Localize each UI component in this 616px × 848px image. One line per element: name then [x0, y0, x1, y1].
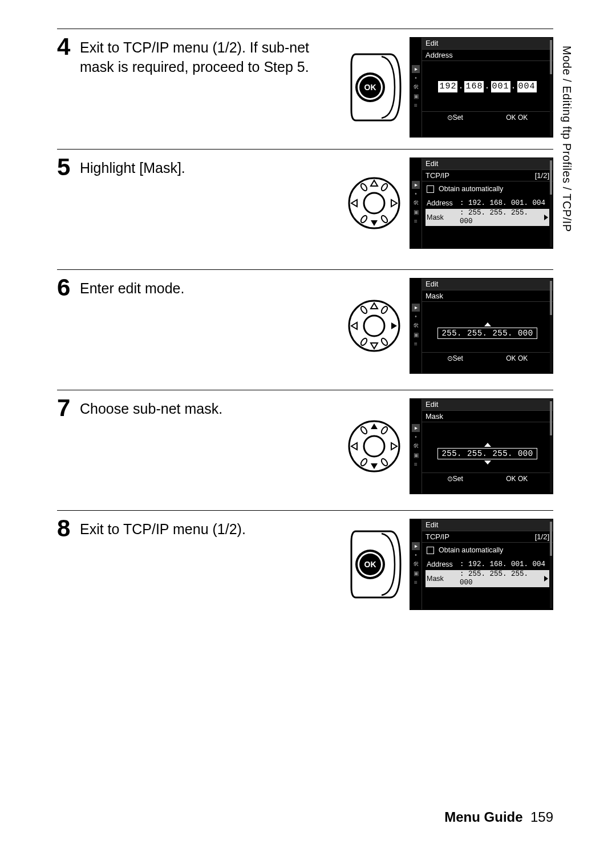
- step-text: Choose sub-net mask.: [80, 395, 347, 419]
- book-icon: ≡: [412, 340, 420, 348]
- play-icon: ▸: [412, 424, 420, 432]
- book-icon: ≡: [412, 102, 420, 110]
- footer-label: Menu Guide: [444, 809, 522, 825]
- step: 5 Highlight [Mask].: [57, 150, 553, 270]
- screen-subtitle: Mask: [425, 412, 443, 421]
- triangle-down-icon: [484, 461, 491, 465]
- meter-icon: ▣: [412, 570, 420, 578]
- camera-screen: ▸ • 🛠 ▣ ≡ Edit Address 192.168.001.004: [410, 37, 553, 138]
- step: 8 Exit to TCP/IP menu (1/2). OK: [57, 511, 553, 631]
- dot-icon: •: [412, 313, 420, 321]
- dot-icon: •: [412, 551, 420, 559]
- wrench-icon: 🛠: [412, 560, 420, 568]
- step-number: 4: [57, 34, 80, 59]
- screen-title: Edit: [425, 159, 438, 168]
- svg-point-5: [364, 193, 384, 213]
- address-label: Address: [427, 199, 460, 208]
- step: 6 Enter edit mode.: [57, 270, 553, 390]
- mask-row-highlighted: Mask : 255. 255. 255. 000: [425, 570, 549, 587]
- ok-button-illustration: OK: [350, 530, 402, 599]
- svg-text:OK: OK: [364, 560, 376, 569]
- meter-icon: ▣: [412, 451, 420, 459]
- book-icon: ≡: [412, 217, 420, 225]
- play-icon: ▸: [412, 181, 420, 189]
- svg-point-15: [364, 316, 384, 336]
- camera-screen: ▸ • 🛠 ▣ ≡ Edit Mask: [410, 398, 553, 494]
- play-icon: ▸: [412, 65, 420, 73]
- mask-value: : 255. 255. 255. 000: [460, 570, 542, 587]
- mask-edit-value: 255. 255. 255. 000: [437, 328, 537, 340]
- wrench-icon: 🛠: [412, 322, 420, 330]
- ip-value: 192.168.001.004: [422, 81, 553, 92]
- screen-page: [1/2]: [535, 171, 549, 180]
- screen-title: Edit: [425, 400, 438, 409]
- ok-button-illustration: OK: [350, 53, 402, 122]
- mask-row-highlighted: Mask : 255. 255. 255. 000: [425, 209, 549, 226]
- chevron-right-icon: [544, 215, 548, 220]
- checkbox-icon: [427, 185, 434, 193]
- screen-subtitle: Mask: [425, 292, 443, 301]
- meter-icon: ▣: [412, 331, 420, 339]
- hint-ok: OK OK: [506, 354, 528, 362]
- obtain-auto-label: Obtain automatically: [439, 185, 503, 193]
- step-text: Highlight [Mask].: [80, 154, 347, 178]
- screen-subtitle: Address: [425, 51, 453, 60]
- step: 4 Exit to TCP/IP menu (1/2). If sub-net …: [57, 29, 553, 150]
- dpad-right-illustration: [347, 298, 402, 353]
- page-number: 159: [530, 809, 553, 825]
- step-number: 8: [57, 515, 80, 540]
- dpad-down-illustration: [347, 176, 402, 231]
- step-list: 4 Exit to TCP/IP menu (1/2). If sub-net …: [57, 29, 553, 631]
- step-text: Enter edit mode.: [80, 274, 347, 298]
- step-number: 7: [57, 395, 80, 420]
- svg-text:OK: OK: [364, 83, 376, 92]
- obtain-auto-label: Obtain automatically: [439, 546, 503, 555]
- mask-edit-value: 255. 255. 255. 000: [437, 448, 537, 460]
- hint-set: ⊙Set: [447, 354, 463, 362]
- play-icon: ▸: [412, 304, 420, 312]
- dot-icon: •: [412, 190, 420, 198]
- step-number: 6: [57, 274, 80, 300]
- checkbox-icon: [427, 547, 434, 554]
- address-value: : 192. 168. 001. 004: [460, 199, 548, 208]
- hint-set: ⊙Set: [447, 114, 463, 122]
- step: 7 Choose sub-net mask.: [57, 390, 553, 511]
- wrench-icon: 🛠: [412, 199, 420, 207]
- screen-subtitle: TCP/IP: [425, 532, 449, 542]
- svg-point-25: [364, 436, 384, 457]
- camera-screen: ▸ • 🛠 ▣ ≡ Edit TCP/IP [1/2]: [410, 519, 553, 610]
- address-label: Address: [427, 560, 460, 569]
- mask-label: Mask: [427, 213, 460, 222]
- wrench-icon: 🛠: [412, 442, 420, 450]
- page-footer: Menu Guide 159: [444, 809, 553, 825]
- triangle-up-icon: [484, 443, 491, 447]
- camera-screen: ▸ • 🛠 ▣ ≡ Edit Mask: [410, 278, 553, 374]
- screen-page: [1/2]: [535, 532, 549, 542]
- hint-set: ⊙Set: [447, 475, 463, 483]
- step-text: Exit to TCP/IP menu (1/2). If sub-net ma…: [80, 34, 350, 77]
- hint-ok: OK OK: [506, 114, 528, 122]
- step-number: 5: [57, 154, 80, 179]
- screen-subtitle: TCP/IP: [425, 171, 449, 180]
- book-icon: ≡: [412, 461, 420, 469]
- meter-icon: ▣: [412, 92, 420, 100]
- play-icon: ▸: [412, 542, 420, 550]
- book-icon: ≡: [412, 579, 420, 587]
- camera-screen: ▸ • 🛠 ▣ ≡ Edit TCP/IP [1/2]: [410, 158, 553, 249]
- dot-icon: •: [412, 433, 420, 441]
- address-value: : 192. 168. 001. 004: [460, 560, 548, 569]
- screen-title: Edit: [425, 520, 438, 530]
- hint-ok: OK OK: [506, 475, 528, 483]
- step-text: Exit to TCP/IP menu (1/2).: [80, 515, 350, 539]
- meter-icon: ▣: [412, 208, 420, 216]
- chevron-right-icon: [544, 576, 548, 582]
- side-breadcrumb: Mode / Editing ftp Profiles / TCP/IP: [560, 46, 573, 232]
- dot-icon: •: [412, 74, 420, 82]
- screen-title: Edit: [425, 280, 438, 289]
- mask-value: : 255. 255. 255. 000: [460, 209, 542, 226]
- screen-title: Edit: [425, 39, 438, 48]
- mask-label: Mask: [427, 575, 460, 583]
- triangle-up-icon: [484, 322, 491, 326]
- dpad-updown-illustration: [347, 419, 402, 474]
- wrench-icon: 🛠: [412, 83, 420, 91]
